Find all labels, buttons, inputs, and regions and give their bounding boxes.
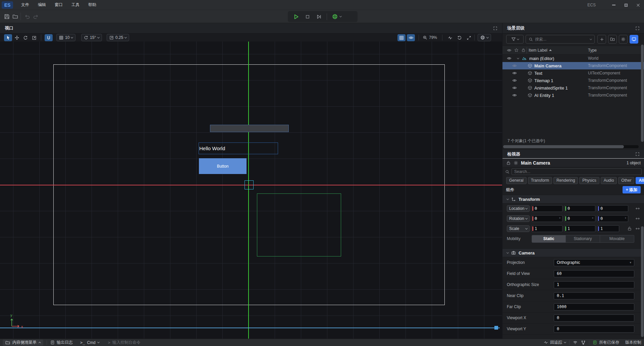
move-tool-button[interactable] xyxy=(13,34,21,41)
rotation-dropdown[interactable]: Rotation xyxy=(507,215,530,222)
output-log-button[interactable]: 输出日志 xyxy=(50,340,73,345)
save-status[interactable]: 所有已保存 xyxy=(593,340,619,345)
eye-icon[interactable] xyxy=(512,63,517,68)
backtrace-dropdown[interactable]: 回追踪 xyxy=(544,340,566,345)
camera-bounds-handle[interactable] xyxy=(494,326,498,330)
close-button[interactable] xyxy=(632,0,644,10)
menu-file[interactable]: 文件 xyxy=(19,1,31,9)
stats-button[interactable] xyxy=(446,34,454,41)
console-input[interactable]: > 输入控制台命令 xyxy=(108,340,141,345)
grid-size-dropdown[interactable]: 10 xyxy=(56,34,75,41)
viewport-expand-button[interactable] xyxy=(493,26,497,31)
eye-icon[interactable] xyxy=(507,56,512,61)
location-z-field[interactable] xyxy=(597,205,628,212)
app-logo[interactable]: ES xyxy=(2,1,13,9)
orthographic-size-field[interactable]: 1 xyxy=(554,281,634,288)
camera-section-header[interactable]: Camera xyxy=(502,248,644,257)
projection-dropdown[interactable]: Orthographic ▾ xyxy=(554,259,634,266)
location-y-field[interactable] xyxy=(564,205,595,212)
run-target-dropdown[interactable] xyxy=(329,12,344,21)
hierarchy-row-main[interactable]: main (Editor) World xyxy=(502,55,644,62)
step-button[interactable] xyxy=(313,12,325,21)
inspector-expand-button[interactable] xyxy=(635,152,640,156)
tilemap-widget[interactable] xyxy=(210,125,289,132)
fullscreen-button[interactable] xyxy=(465,34,473,41)
hierarchy-settings-button[interactable] xyxy=(619,35,628,44)
tab-physics[interactable]: Physics xyxy=(579,177,599,184)
mobility-movable[interactable]: Movable xyxy=(600,235,634,243)
eye-icon[interactable] xyxy=(512,71,517,75)
column-type[interactable]: Type xyxy=(588,48,597,53)
undo-button[interactable] xyxy=(23,13,31,20)
version-control-button[interactable]: 版本控制 xyxy=(625,340,641,345)
select-tool-button[interactable] xyxy=(4,34,12,41)
menu-tools[interactable]: 工具 xyxy=(69,1,82,9)
network-status-button[interactable] xyxy=(573,340,578,345)
lock-toggle[interactable] xyxy=(506,161,511,165)
scale-dropdown[interactable]: Scale xyxy=(507,225,530,232)
eye-column-icon[interactable] xyxy=(507,48,512,53)
minimize-button[interactable] xyxy=(608,0,620,10)
tab-audio[interactable]: Audio xyxy=(601,177,617,184)
eye-icon[interactable] xyxy=(512,93,517,98)
hierarchy-row-main-camera[interactable]: Main Camera TransformComponent xyxy=(502,62,644,69)
hierarchy-horizontal-scrollbar[interactable] xyxy=(503,145,639,148)
location-x-field[interactable] xyxy=(531,205,562,212)
redo-button[interactable] xyxy=(32,13,39,20)
mobility-stationary[interactable]: Stationary xyxy=(566,235,600,243)
lock-column-icon[interactable] xyxy=(521,48,526,52)
scrollbar-thumb[interactable] xyxy=(503,145,624,148)
play-button[interactable] xyxy=(290,12,302,21)
rotation-y-field[interactable]: ° xyxy=(564,215,595,222)
visibility-toggle-button[interactable] xyxy=(407,34,415,41)
inspector-vertical-scrollbar[interactable] xyxy=(641,226,644,337)
link-axes-icon[interactable] xyxy=(636,218,639,220)
scale-z-field[interactable] xyxy=(597,225,619,232)
button-widget[interactable]: Button xyxy=(199,158,247,174)
maximize-button[interactable] xyxy=(620,0,632,10)
chevron-down-icon[interactable] xyxy=(517,58,519,59)
location-dropdown[interactable]: Location xyxy=(507,205,530,212)
mobility-static[interactable]: Static xyxy=(532,235,566,243)
menu-edit[interactable]: 编辑 xyxy=(36,1,48,9)
rotation-x-field[interactable]: ° xyxy=(531,215,562,222)
reset-view-button[interactable] xyxy=(455,34,464,41)
hierarchy-search[interactable] xyxy=(526,35,595,44)
hierarchy-row-animatedsprite[interactable]: AnimatedSprite 1 TransformComponent xyxy=(502,84,644,92)
add-entity-button[interactable] xyxy=(597,35,606,44)
grid-toggle-button[interactable] xyxy=(397,34,406,41)
open-button[interactable] xyxy=(11,13,19,20)
link-axes-icon[interactable] xyxy=(636,208,639,210)
selection-gizmo-square[interactable] xyxy=(245,180,254,189)
uniform-scale-lock-icon[interactable] xyxy=(628,227,631,230)
hierarchy-vertical-scrollbar[interactable] xyxy=(641,45,644,142)
hierarchy-row-ai-entity[interactable]: AI Entity 1 TransformComponent xyxy=(502,92,644,99)
tab-rendering[interactable]: Rendering xyxy=(553,177,578,184)
hierarchy-search-input[interactable] xyxy=(535,37,588,42)
rotation-z-field[interactable]: ° xyxy=(597,215,628,222)
viewport-y-field[interactable]: 0 xyxy=(554,326,634,333)
add-component-button[interactable]: + 添加 xyxy=(623,186,641,193)
stop-button[interactable] xyxy=(302,12,313,21)
link-axes-icon[interactable] xyxy=(636,228,639,230)
far-clip-field[interactable]: 1000 xyxy=(554,303,634,310)
menu-help[interactable]: 帮助 xyxy=(86,1,98,9)
tab-transform[interactable]: Transform xyxy=(528,177,552,184)
scene-canvas[interactable]: Hello World Button y x xyxy=(0,42,502,339)
menu-window[interactable]: 窗口 xyxy=(53,1,65,9)
hierarchy-expand-button[interactable] xyxy=(635,26,640,31)
cmd-dropdown[interactable]: >_ Cmd xyxy=(80,340,99,345)
zoom-control[interactable]: 79% xyxy=(423,34,437,41)
view-options-button[interactable] xyxy=(630,35,638,44)
save-button[interactable] xyxy=(3,13,10,20)
branch-button[interactable] xyxy=(581,340,586,345)
rotate-tool-button[interactable] xyxy=(21,34,30,41)
view-mode-dropdown[interactable] xyxy=(478,34,491,41)
tab-general[interactable]: General xyxy=(506,177,527,184)
field-of-view-field[interactable]: 60 xyxy=(554,270,634,277)
hierarchy-row-text[interactable]: Text UITextComponent xyxy=(502,69,644,77)
scale-tool-button[interactable] xyxy=(30,34,38,41)
new-folder-button[interactable] xyxy=(608,35,617,44)
rotation-snap-dropdown[interactable]: 15° xyxy=(81,34,102,41)
star-column-icon[interactable] xyxy=(514,48,519,52)
